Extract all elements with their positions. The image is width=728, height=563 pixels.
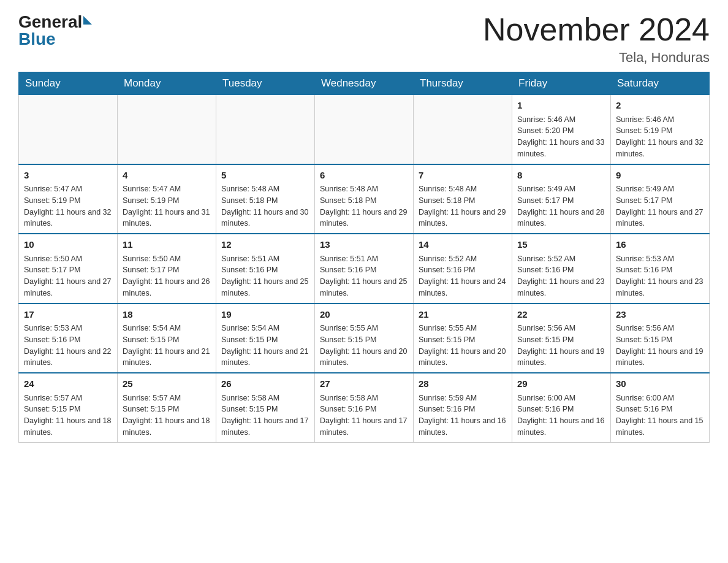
calendar-cell: 15Sunrise: 5:52 AMSunset: 5:16 PMDayligh… — [512, 234, 611, 304]
sunrise-text: Sunrise: 5:49 AM — [517, 185, 575, 193]
calendar-cell: 27Sunrise: 5:58 AMSunset: 5:16 PMDayligh… — [315, 373, 414, 442]
calendar-week-row: 1Sunrise: 5:46 AMSunset: 5:20 PMDaylight… — [19, 95, 710, 164]
day-number: 23 — [616, 308, 704, 322]
daylight-text: Daylight: 11 hours and 30 minutes. — [221, 208, 308, 228]
sunset-text: Sunset: 5:15 PM — [320, 335, 376, 344]
daylight-text: Daylight: 11 hours and 18 minutes. — [24, 416, 111, 437]
sunrise-text: Sunrise: 5:56 AM — [616, 324, 674, 332]
sunset-text: Sunset: 5:16 PM — [616, 405, 672, 413]
sunset-text: Sunset: 5:17 PM — [123, 266, 179, 274]
day-number: 24 — [24, 377, 112, 391]
calendar-cell: 13Sunrise: 5:51 AMSunset: 5:16 PMDayligh… — [315, 234, 414, 304]
daylight-text: Daylight: 11 hours and 25 minutes. — [221, 277, 308, 297]
calendar-cell: 8Sunrise: 5:49 AMSunset: 5:17 PMDaylight… — [512, 164, 611, 234]
weekday-header-row: SundayMondayTuesdayWednesdayThursdayFrid… — [19, 72, 710, 95]
sunrise-text: Sunrise: 6:00 AM — [517, 394, 575, 402]
weekday-header: Tuesday — [216, 72, 315, 95]
daylight-text: Daylight: 11 hours and 17 minutes. — [221, 416, 308, 437]
day-number: 8 — [517, 169, 605, 183]
calendar-cell: 3Sunrise: 5:47 AMSunset: 5:19 PMDaylight… — [19, 164, 118, 234]
sunrise-text: Sunrise: 5:57 AM — [123, 394, 181, 402]
sunset-text: Sunset: 5:19 PM — [616, 126, 672, 135]
sunrise-text: Sunrise: 5:53 AM — [616, 255, 674, 263]
calendar-title: November 2024 — [483, 12, 710, 47]
calendar-cell — [414, 95, 512, 164]
logo-blue-text: Blue — [18, 29, 92, 49]
sunset-text: Sunset: 5:17 PM — [616, 196, 672, 205]
calendar-cell: 11Sunrise: 5:50 AMSunset: 5:17 PMDayligh… — [118, 234, 216, 304]
sunset-text: Sunset: 5:15 PM — [221, 405, 278, 413]
weekday-header: Thursday — [414, 72, 512, 95]
calendar-cell: 4Sunrise: 5:47 AMSunset: 5:19 PMDaylight… — [118, 164, 216, 234]
sunrise-text: Sunrise: 5:54 AM — [123, 324, 181, 332]
calendar-cell — [315, 95, 414, 164]
day-number: 3 — [24, 169, 112, 183]
calendar-cell — [216, 95, 315, 164]
calendar-cell: 14Sunrise: 5:52 AMSunset: 5:16 PMDayligh… — [414, 234, 512, 304]
day-number: 1 — [517, 99, 605, 113]
day-number: 18 — [123, 308, 211, 322]
calendar-cell: 9Sunrise: 5:49 AMSunset: 5:17 PMDaylight… — [611, 164, 710, 234]
weekday-header: Friday — [512, 72, 611, 95]
calendar-cell — [118, 95, 216, 164]
daylight-text: Daylight: 11 hours and 32 minutes. — [616, 138, 703, 158]
calendar-cell: 30Sunrise: 6:00 AMSunset: 5:16 PMDayligh… — [611, 373, 710, 442]
calendar-cell: 6Sunrise: 5:48 AMSunset: 5:18 PMDaylight… — [315, 164, 414, 234]
daylight-text: Daylight: 11 hours and 25 minutes. — [320, 277, 407, 297]
sunset-text: Sunset: 5:15 PM — [123, 335, 179, 344]
sunrise-text: Sunrise: 5:57 AM — [24, 394, 82, 402]
daylight-text: Daylight: 11 hours and 21 minutes. — [221, 347, 308, 367]
daylight-text: Daylight: 11 hours and 15 minutes. — [616, 416, 703, 437]
daylight-text: Daylight: 11 hours and 27 minutes. — [24, 277, 111, 297]
calendar-cell: 21Sunrise: 5:55 AMSunset: 5:15 PMDayligh… — [414, 304, 512, 373]
sunrise-text: Sunrise: 5:47 AM — [123, 185, 181, 193]
title-area: November 2024 Tela, Honduras — [483, 12, 710, 66]
sunset-text: Sunset: 5:17 PM — [517, 196, 574, 205]
sunrise-text: Sunrise: 5:58 AM — [320, 394, 378, 402]
day-number: 15 — [517, 238, 605, 252]
sunset-text: Sunset: 5:19 PM — [24, 196, 80, 205]
sunset-text: Sunset: 5:16 PM — [517, 405, 574, 413]
sunset-text: Sunset: 5:18 PM — [221, 196, 278, 205]
daylight-text: Daylight: 11 hours and 19 minutes. — [616, 347, 703, 367]
sunset-text: Sunset: 5:16 PM — [221, 266, 278, 274]
sunset-text: Sunset: 5:15 PM — [419, 335, 475, 344]
day-number: 5 — [221, 169, 309, 183]
calendar-week-row: 10Sunrise: 5:50 AMSunset: 5:17 PMDayligh… — [19, 234, 710, 304]
calendar-table: SundayMondayTuesdayWednesdayThursdayFrid… — [18, 72, 710, 443]
calendar-subtitle: Tela, Honduras — [483, 50, 710, 66]
daylight-text: Daylight: 11 hours and 23 minutes. — [616, 277, 703, 297]
sunrise-text: Sunrise: 5:55 AM — [320, 324, 378, 332]
sunset-text: Sunset: 5:16 PM — [616, 266, 672, 274]
calendar-cell: 20Sunrise: 5:55 AMSunset: 5:15 PMDayligh… — [315, 304, 414, 373]
calendar-cell: 1Sunrise: 5:46 AMSunset: 5:20 PMDaylight… — [512, 95, 611, 164]
calendar-cell: 22Sunrise: 5:56 AMSunset: 5:15 PMDayligh… — [512, 304, 611, 373]
sunrise-text: Sunrise: 5:53 AM — [24, 324, 82, 332]
daylight-text: Daylight: 11 hours and 27 minutes. — [616, 208, 703, 228]
daylight-text: Daylight: 11 hours and 29 minutes. — [419, 208, 506, 228]
sunset-text: Sunset: 5:18 PM — [320, 196, 376, 205]
weekday-header: Sunday — [19, 72, 118, 95]
day-number: 17 — [24, 308, 112, 322]
weekday-header: Wednesday — [315, 72, 414, 95]
sunset-text: Sunset: 5:17 PM — [24, 266, 80, 274]
calendar-cell: 17Sunrise: 5:53 AMSunset: 5:16 PMDayligh… — [19, 304, 118, 373]
day-number: 14 — [419, 238, 507, 252]
day-number: 13 — [320, 238, 408, 252]
sunset-text: Sunset: 5:16 PM — [419, 266, 475, 274]
sunset-text: Sunset: 5:15 PM — [517, 335, 574, 344]
daylight-text: Daylight: 11 hours and 32 minutes. — [24, 208, 111, 228]
calendar-week-row: 24Sunrise: 5:57 AMSunset: 5:15 PMDayligh… — [19, 373, 710, 442]
sunrise-text: Sunrise: 5:58 AM — [221, 394, 279, 402]
daylight-text: Daylight: 11 hours and 24 minutes. — [419, 277, 506, 297]
daylight-text: Daylight: 11 hours and 16 minutes. — [419, 416, 506, 437]
day-number: 27 — [320, 377, 408, 391]
day-number: 6 — [320, 169, 408, 183]
day-number: 21 — [419, 308, 507, 322]
daylight-text: Daylight: 11 hours and 28 minutes. — [517, 208, 604, 228]
calendar-cell: 19Sunrise: 5:54 AMSunset: 5:15 PMDayligh… — [216, 304, 315, 373]
sunrise-text: Sunrise: 5:49 AM — [616, 185, 674, 193]
calendar-cell — [19, 95, 118, 164]
calendar-week-row: 17Sunrise: 5:53 AMSunset: 5:16 PMDayligh… — [19, 304, 710, 373]
weekday-header: Monday — [118, 72, 216, 95]
